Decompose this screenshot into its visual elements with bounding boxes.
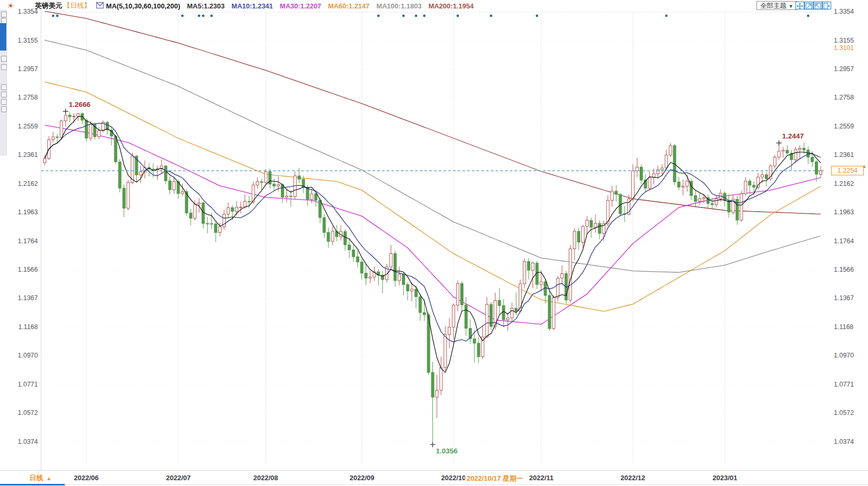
period-tab-daily[interactable]: 日线▲: [29, 473, 52, 483]
theme-dropdown-label: 全部主题: [760, 2, 786, 9]
ma-values: MA5:1.2303MA10:1.2341MA30:1.2207MA60:1.2…: [180, 2, 474, 10]
indicator-settings-icon[interactable]: [96, 2, 104, 10]
x-axis-month-label: 2022/12: [621, 474, 645, 482]
y-axis-tick-label: 1.0771: [2, 381, 38, 388]
x-axis-month-label: 2022/08: [254, 474, 278, 482]
y-axis-tick-label: 1.3155: [834, 37, 854, 44]
period-tag: 【日线】: [64, 2, 91, 9]
triangle-up-icon: ▲: [46, 475, 52, 481]
svg-text:1.2666: 1.2666: [69, 101, 91, 108]
y-axis-tick-label: 1.1168: [2, 323, 38, 331]
tool-icon[interactable]: [1, 92, 7, 97]
active-tab-underline: [0, 484, 65, 485]
alert-price-label: 1.3101: [834, 44, 854, 52]
y-axis-tick-label: 1.0374: [834, 438, 854, 445]
svg-text:1.2447: 1.2447: [782, 132, 804, 140]
x-axis-month-label: 2023/01: [713, 474, 738, 482]
crosshair-date-label: 2022/10/17 星期一: [465, 474, 525, 483]
y-axis-tick-label: 1.3155: [2, 37, 38, 44]
ma-value-label: MA30:1.2207: [280, 2, 321, 10]
tool-icon[interactable]: [1, 84, 7, 90]
y-axis-tick-label: 1.2559: [834, 123, 854, 130]
active-tool-item[interactable]: [0, 23, 6, 51]
y-axis-tick-label: 1.1963: [834, 209, 854, 216]
sun-icon[interactable]: ☀: [7, 2, 14, 10]
current-price-label: 1.2254: [831, 166, 864, 175]
chevron-down-icon: ▼: [789, 4, 793, 9]
tool-icon[interactable]: [1, 64, 7, 70]
price-up-arrow-icon: ▲: [862, 163, 867, 169]
y-axis-tick-label: 1.0572: [834, 409, 854, 416]
period-tab-label: 日线: [29, 474, 43, 482]
y-axis-tick-label: 1.2758: [834, 94, 854, 101]
bottom-border: [0, 484, 868, 485]
y-axis-tick-label: 1.2957: [834, 65, 854, 73]
ma-value-label: MA200:1.1954: [428, 2, 473, 10]
chart-header: ☀英镑美元【日线】MA(5,10,30,60,100,200)MA5:1.230…: [7, 1, 473, 11]
y-axis-tick-label: 1.2361: [2, 151, 38, 158]
y-axis-tick-label: 1.2361: [834, 151, 854, 158]
y-axis-tick-label: 1.1963: [2, 209, 38, 216]
theme-dropdown-button[interactable]: 全部主题▼: [756, 1, 797, 10]
zoom-in-pane-icon[interactable]: [813, 2, 822, 9]
tool-icon[interactable]: [1, 106, 7, 112]
y-axis-tick-label: 1.1764: [834, 237, 854, 245]
y-axis-tick-label: 1.1566: [834, 266, 854, 273]
ma-value-label: MA100:1.1803: [376, 2, 421, 10]
x-axis-month-label: 2022/10: [441, 474, 466, 482]
pan-icon[interactable]: [795, 2, 804, 9]
x-axis-month-label: 2022/06: [74, 474, 99, 482]
y-axis-tick-label: 1.2162: [834, 180, 854, 187]
symbol-title: 英镑美元: [35, 2, 63, 9]
y-axis-tick-label: 1.0572: [2, 409, 38, 416]
candlestick-canvas[interactable]: 1.26661.24471.0356: [0, 0, 868, 486]
y-axis-tick-label: 1.0374: [2, 438, 38, 445]
y-axis-tick-label: 1.2957: [2, 65, 38, 73]
svg-text:1.0356: 1.0356: [436, 447, 458, 455]
y-axis-tick-label: 1.1764: [2, 237, 38, 245]
y-axis-tick-label: 1.1566: [2, 266, 38, 273]
ma-value-label: MA10:1.2341: [231, 2, 273, 10]
price-chart[interactable]: 1.26661.24471.0356: [0, 0, 868, 486]
y-axis-tick-label: 1.1367: [2, 294, 38, 302]
y-axis-tick-label: 1.1367: [834, 294, 854, 302]
ma-group-label: MA(5,10,30,60,100,200): [106, 2, 180, 10]
x-axis-month-label: 2022/09: [350, 474, 375, 482]
shift-right-icon[interactable]: [822, 2, 831, 9]
tool-icon[interactable]: [1, 99, 7, 105]
ma-value-label: MA5:1.2303: [187, 2, 225, 10]
y-axis-tick-label: 1.1168: [834, 323, 853, 331]
x-axis-month-label: 2022/07: [166, 474, 191, 482]
ma-value-label: MA60:1.2147: [328, 2, 370, 10]
zoom-out-pane-icon[interactable]: [804, 2, 813, 9]
y-axis-tick-label: 1.0970: [2, 352, 38, 359]
y-axis-tick-label: 1.2559: [2, 123, 38, 130]
tool-icon[interactable]: [1, 12, 7, 17]
y-axis-tick-label: 1.2162: [2, 180, 38, 187]
y-axis-tick-label: 1.0771: [834, 381, 854, 388]
x-axis-month-label: 2022/11: [529, 474, 553, 482]
y-axis-tick-label: 1.2758: [2, 94, 38, 101]
tool-icon[interactable]: [1, 56, 7, 62]
y-axis-tick-label: 1.3354: [834, 8, 854, 15]
y-axis-tick-label: 1.0970: [834, 352, 854, 359]
time-axis-bar[interactable]: 日线▲ 2022/062022/072022/082022/092022/102…: [0, 470, 868, 486]
left-tool-strip: [0, 9, 7, 156]
